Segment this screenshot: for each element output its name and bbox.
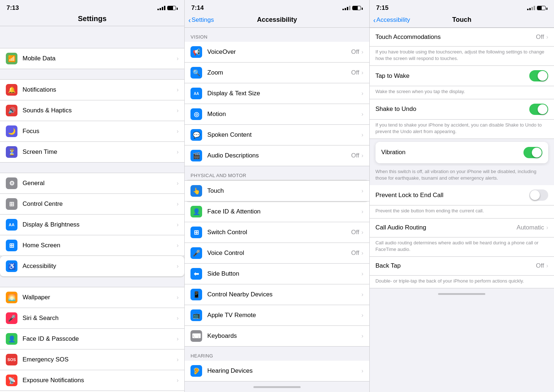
item-desc-back-tap: Double- or triple-tap the back of your i… bbox=[370, 276, 554, 288]
settings-item-wallpaper[interactable]: 🌅Wallpaper› bbox=[0, 287, 184, 308]
touch-item-touch-accomm[interactable]: Touch AccommodationsOff› bbox=[370, 28, 554, 47]
item-label-hearingdevices: Hearing Devices bbox=[207, 367, 361, 375]
accessibility-item-voiceover[interactable]: 📢VoiceOverOff› bbox=[185, 42, 369, 63]
settings-item-sounds[interactable]: 🔊Sounds & Haptics› bbox=[0, 100, 184, 121]
item-label-display: Display & Brightness bbox=[23, 221, 177, 228]
item-value-zoom: Off bbox=[351, 69, 359, 76]
accessibility-header: ‹ Settings Accessibility bbox=[185, 13, 369, 28]
accessibility-item-spokencontent[interactable]: 💬Spoken Content› bbox=[185, 125, 369, 145]
status-icons-2 bbox=[342, 6, 363, 10]
item-label-sos: Emergency SOS bbox=[23, 356, 177, 363]
touch-item-prevent-lock[interactable]: Prevent Lock to End Call bbox=[370, 185, 554, 205]
item-icon-display: AA bbox=[6, 219, 17, 231]
back-label-2: Settings bbox=[192, 16, 214, 24]
accessibility-item-keyboards[interactable]: ⌨Keyboards› bbox=[185, 326, 369, 347]
accessibility-item-zoom[interactable]: 🔍ZoomOff› bbox=[185, 63, 369, 83]
item-desc-call-audio: Call audio routing determines where audi… bbox=[370, 237, 554, 257]
item-icon-homescreen: ⊞ bbox=[6, 240, 17, 251]
accessibility-item-appletv[interactable]: 📺Apple TV Remote› bbox=[185, 305, 369, 326]
touch-item-shake-undo[interactable]: Shake to Undo bbox=[370, 99, 554, 120]
settings-item-accessibility[interactable]: ♿Accessibility› bbox=[0, 256, 184, 277]
settings-item-notifications[interactable]: 🔔Notifications› bbox=[0, 79, 184, 100]
item-label-notifications: Notifications bbox=[23, 86, 177, 93]
status-icons-1 bbox=[157, 6, 178, 10]
accessibility-item-audiodesc[interactable]: 🎬Audio DescriptionsOff› bbox=[185, 145, 369, 166]
item-desc-touch-accomm: If you have trouble using the touchscree… bbox=[370, 47, 554, 66]
touch-item-back-tap[interactable]: Back TapOff› bbox=[370, 257, 554, 276]
toggle-prevent-lock[interactable] bbox=[529, 189, 548, 201]
item-icon-control-centre: ⊞ bbox=[6, 198, 17, 210]
accessibility-item-displaytext[interactable]: AADisplay & Text Size› bbox=[185, 83, 369, 104]
item-icon-sidebutton: ⬅ bbox=[190, 268, 202, 280]
chevron-icon-homescreen: › bbox=[177, 242, 178, 249]
status-bar-3: 7:15 bbox=[370, 0, 554, 13]
settings-item-control-centre[interactable]: ⊞Control Centre› bbox=[0, 194, 184, 215]
settings-item-display[interactable]: AADisplay & Brightness› bbox=[0, 215, 184, 235]
accessibility-item-voicecontrol[interactable]: 🎤Voice ControlOff› bbox=[185, 243, 369, 264]
item-label-vibration: Vibration bbox=[381, 149, 523, 156]
item-icon-faceid: 👤 bbox=[6, 333, 17, 345]
settings-title: Settings bbox=[7, 15, 178, 23]
chevron-icon-keyboards: › bbox=[361, 333, 363, 339]
settings-header: Settings bbox=[0, 13, 184, 26]
item-label-switchcontrol: Switch Control bbox=[207, 229, 351, 236]
accessibility-item-nearby[interactable]: 📱Control Nearby Devices› bbox=[185, 284, 369, 305]
signal-icon-2 bbox=[342, 6, 350, 10]
time-3: 7:15 bbox=[376, 4, 389, 12]
accessibility-item-motion[interactable]: ◎Motion› bbox=[185, 104, 369, 125]
item-icon-screentime: ⏳ bbox=[6, 146, 17, 158]
settings-item-screentime[interactable]: ⏳Screen Time› bbox=[0, 142, 184, 163]
toggle-tap-wake[interactable] bbox=[529, 70, 548, 81]
back-button-3[interactable]: ‹ Accessibility bbox=[373, 16, 410, 24]
item-label-mobile-data: Mobile Data bbox=[23, 55, 177, 62]
touch-item-call-audio[interactable]: Call Audio RoutingAutomatic› bbox=[370, 219, 554, 237]
settings-item-focus[interactable]: 🌙Focus› bbox=[0, 121, 184, 142]
item-label-voiceover: VoiceOver bbox=[207, 48, 351, 56]
touch-list[interactable]: Touch AccommodationsOff›If you have trou… bbox=[370, 28, 554, 392]
item-icon-notifications: 🔔 bbox=[6, 84, 17, 96]
item-label-zoom: Zoom bbox=[207, 69, 351, 76]
status-icons-3 bbox=[527, 6, 547, 10]
accessibility-item-switchcontrol[interactable]: ⊞Switch ControlOff› bbox=[185, 222, 369, 243]
settings-item-sos[interactable]: SOSEmergency SOS› bbox=[0, 349, 184, 370]
item-label-homescreen: Home Screen bbox=[23, 242, 177, 249]
accessibility-list[interactable]: VISION📢VoiceOverOff›🔍ZoomOff›AADisplay &… bbox=[185, 28, 369, 392]
item-label-faceid: Face ID & Passcode bbox=[23, 335, 177, 343]
settings-item-exposure[interactable]: 📡Exposure Notifications› bbox=[0, 370, 184, 391]
item-label-back-tap: Back Tap bbox=[376, 262, 536, 269]
home-indicator-2 bbox=[185, 381, 369, 392]
touch-item-tap-wake[interactable]: Tap to Wake bbox=[370, 66, 554, 86]
toggle-shake-undo[interactable] bbox=[529, 104, 548, 115]
time-2: 7:14 bbox=[191, 4, 204, 12]
item-value-touch-accomm: Off bbox=[536, 33, 544, 41]
item-icon-voiceover: 📢 bbox=[190, 46, 202, 58]
touch-item-vibration[interactable]: Vibration bbox=[376, 142, 548, 163]
accessibility-title: Accessibility bbox=[257, 16, 297, 24]
accessibility-item-sidebutton[interactable]: ⬅Side Button› bbox=[185, 264, 369, 284]
chevron-icon-screentime: › bbox=[177, 149, 178, 155]
settings-item-faceid[interactable]: 👤Face ID & Passcode› bbox=[0, 329, 184, 349]
settings-list[interactable]: 📶Mobile Data›🔔Notifications›🔊Sounds & Ha… bbox=[0, 26, 184, 392]
chevron-icon-siri: › bbox=[177, 315, 178, 321]
chevron-icon-displaytext: › bbox=[361, 90, 363, 97]
settings-item-general[interactable]: ⚙General› bbox=[0, 173, 184, 194]
toggle-vibration[interactable] bbox=[523, 147, 542, 158]
item-label-accessibility: Accessibility bbox=[23, 263, 177, 270]
settings-item-mobile-data[interactable]: 📶Mobile Data› bbox=[0, 48, 184, 69]
settings-item-siri[interactable]: 🎤Siri & Search› bbox=[0, 308, 184, 329]
status-bar-2: 7:14 bbox=[185, 0, 369, 13]
item-icon-nearby: 📱 bbox=[190, 289, 202, 300]
item-label-screentime: Screen Time bbox=[23, 148, 177, 156]
item-icon-mobile-data: 📶 bbox=[6, 53, 17, 64]
item-value-switchcontrol: Off bbox=[351, 229, 359, 236]
accessibility-item-faceid-att[interactable]: 👤Face ID & Attention› bbox=[185, 201, 369, 222]
item-label-sidebutton: Side Button bbox=[207, 270, 361, 277]
accessibility-item-hearingdevices[interactable]: 🦻Hearing Devices› bbox=[185, 361, 369, 381]
item-value-audiodesc: Off bbox=[351, 152, 359, 159]
chevron-icon-sidebutton: › bbox=[361, 271, 363, 277]
accessibility-item-touch[interactable]: 👆Touch› bbox=[185, 180, 369, 201]
section-header-physical-and-motor: PHYSICAL AND MOTOR bbox=[185, 166, 369, 180]
settings-item-homescreen[interactable]: ⊞Home Screen› bbox=[0, 235, 184, 256]
panel-settings: 7:13 Settings 📶Mobile Data›🔔Notification… bbox=[0, 0, 185, 392]
back-button-2[interactable]: ‹ Settings bbox=[188, 16, 214, 24]
